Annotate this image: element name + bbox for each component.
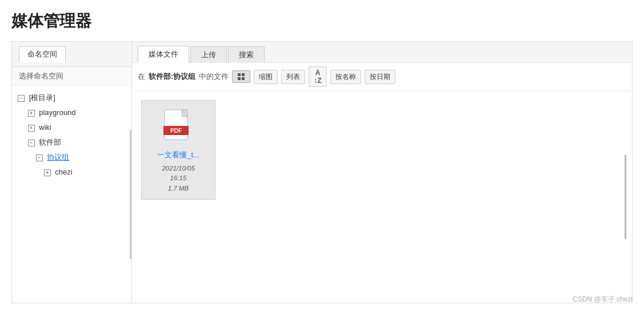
file-meta: 2021/10/05 16:15 1.7 MB bbox=[162, 164, 195, 193]
scroll-divider bbox=[625, 154, 626, 239]
list-view-button[interactable]: 列表 bbox=[281, 70, 305, 84]
svg-rect-2 bbox=[238, 77, 241, 80]
namespace-tab-bar: 命名空间 bbox=[12, 42, 131, 67]
file-size: 1.7 MB bbox=[168, 185, 189, 192]
collapse-icon-protocol: − bbox=[36, 154, 43, 161]
tree-item-chezi[interactable]: + chezi bbox=[15, 165, 128, 180]
content-area: PDF 一文看懂_t... 2021/10/05 16:15 1.7 MB bbox=[132, 91, 632, 303]
content-wrapper: PDF 一文看懂_t... 2021/10/05 16:15 1.7 MB bbox=[132, 91, 632, 303]
page-title: 媒体管理器 bbox=[11, 10, 633, 32]
tree-label-playground: playground bbox=[39, 108, 75, 117]
tree-label-wiki: wiki bbox=[39, 123, 51, 132]
file-date: 2021/10/05 bbox=[162, 165, 195, 172]
file-time: 16:15 bbox=[170, 175, 187, 181]
namespace-tab[interactable]: 命名空间 bbox=[19, 46, 66, 62]
tree-label-software: 软件部 bbox=[39, 138, 61, 146]
collapse-icon-root: − bbox=[18, 95, 25, 102]
tree-label-root: [根目录] bbox=[29, 93, 55, 102]
right-panel: 媒体文件 上传 搜索 在 软件部:协议组 中的文件 缩图 bbox=[132, 42, 632, 303]
tree-item-wiki[interactable]: + wiki bbox=[15, 120, 128, 135]
expand-icon-wiki: + bbox=[28, 125, 35, 132]
toolbar-prefix: 在 bbox=[138, 72, 145, 82]
sort-by-name-button[interactable]: 按名称 bbox=[330, 70, 361, 84]
tree-item-playground[interactable]: + playground bbox=[15, 105, 128, 120]
file-card[interactable]: PDF 一文看懂_t... 2021/10/05 16:15 1.7 MB bbox=[141, 100, 215, 200]
tree-label-protocol: 协议组 bbox=[47, 153, 69, 161]
sort-by-date-button[interactable]: 按日期 bbox=[365, 70, 395, 84]
svg-text:PDF: PDF bbox=[170, 128, 182, 134]
footer-text: CSDN @车子 chezi bbox=[573, 295, 633, 304]
sort-az-button[interactable]: A↕Z bbox=[309, 66, 326, 87]
toolbar-suffix: 中的文件 bbox=[199, 72, 229, 82]
collapse-icon-software: − bbox=[28, 140, 35, 146]
svg-rect-0 bbox=[238, 73, 241, 76]
tree-item-root[interactable]: − [根目录] bbox=[15, 90, 128, 105]
pdf-icon: PDF bbox=[163, 109, 193, 145]
toolbar-location: 软件部:协议组 bbox=[149, 72, 195, 82]
expand-icon-chezi: + bbox=[44, 169, 51, 176]
grid-icon bbox=[237, 73, 245, 81]
grid-view-button[interactable] bbox=[232, 70, 250, 83]
tree-item-protocol-group[interactable]: − 协议组 bbox=[15, 150, 128, 165]
tree-label-chezi: chezi bbox=[55, 168, 72, 176]
tab-upload[interactable]: 上传 bbox=[190, 46, 227, 63]
left-panel: 命名空间 选择命名空间 − [根目录] + playground bbox=[12, 42, 132, 303]
thumbnail-view-button[interactable]: 缩图 bbox=[254, 70, 278, 84]
toolbar: 在 软件部:协议组 中的文件 缩图 列表 A↕Z bbox=[132, 63, 632, 91]
expand-icon-playground: + bbox=[28, 110, 35, 117]
file-icon-pdf: PDF bbox=[162, 108, 194, 146]
tabs-bar: 媒体文件 上传 搜索 bbox=[132, 42, 632, 63]
tab-media[interactable]: 媒体文件 bbox=[138, 46, 189, 63]
svg-rect-1 bbox=[242, 73, 245, 76]
file-name[interactable]: 一文看懂_t... bbox=[157, 150, 199, 160]
tree-item-software-dept[interactable]: − 软件部 bbox=[15, 135, 128, 150]
sort-az-icon: A↕Z bbox=[314, 69, 321, 85]
tab-search[interactable]: 搜索 bbox=[228, 46, 265, 63]
svg-rect-3 bbox=[242, 77, 245, 80]
namespace-select[interactable]: 选择命名空间 bbox=[12, 67, 131, 86]
file-tree: − [根目录] + playground + wiki bbox=[12, 86, 131, 303]
